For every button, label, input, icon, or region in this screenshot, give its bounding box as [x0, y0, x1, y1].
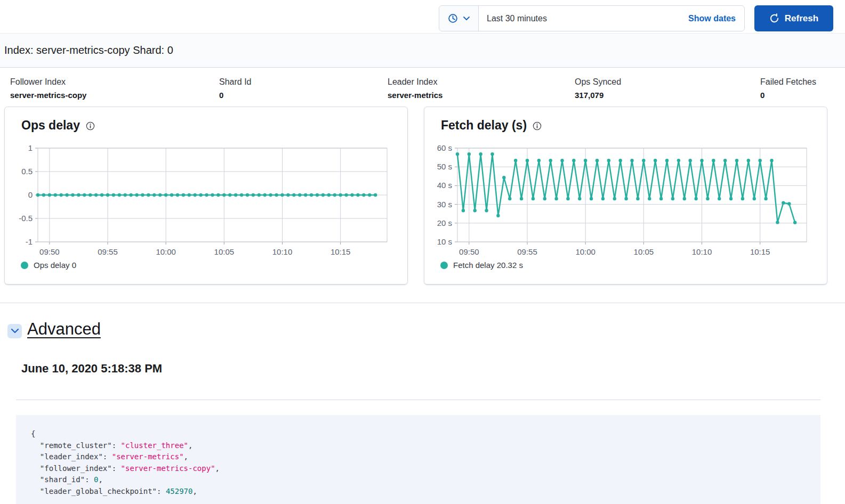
svg-text:10 s: 10 s: [437, 237, 452, 246]
svg-text:10:05: 10:05: [214, 247, 235, 256]
svg-text:-1: -1: [26, 237, 33, 246]
svg-text:10:05: 10:05: [634, 247, 654, 256]
code-block: { "remote_cluster": "cluster_three", "le…: [16, 415, 820, 504]
svg-text:10:15: 10:15: [331, 247, 351, 256]
page-title: Index: server-metrics-copy Shard: 0: [4, 44, 173, 56]
stat-value: server-metrics: [388, 91, 442, 100]
ops-delay-panel: Ops delay 10.50-0.5-109:5009:5510:0010:0…: [4, 107, 408, 284]
info-icon[interactable]: [86, 121, 95, 131]
svg-text:30 s: 30 s: [437, 200, 452, 209]
legend-label: Fetch delay 20.32 s: [453, 261, 523, 270]
svg-text:09:55: 09:55: [517, 247, 537, 256]
info-icon[interactable]: [533, 121, 542, 131]
fetch-delay-chart: 60 s50 s40 s30 s20 s10 s09:5009:5510:001…: [430, 139, 823, 259]
ops-delay-legend: Ops delay 0: [21, 261, 76, 270]
svg-text:60 s: 60 s: [437, 143, 452, 152]
stat-ops-synced: Ops Synced 317,079: [575, 77, 621, 100]
svg-text:40 s: 40 s: [437, 181, 452, 190]
time-quick-select-button[interactable]: [439, 6, 479, 31]
advanced-link[interactable]: Advanced: [27, 320, 101, 339]
advanced-timestamp: June 10, 2020 5:18:38 PM: [21, 362, 162, 376]
fetch-delay-panel: Fetch delay (s) 60 s50 s40 s30 s20 s10 s…: [424, 107, 827, 284]
stat-label: Leader Index: [388, 77, 442, 87]
ops-delay-chart: 10.50-0.5-109:5009:5510:0010:0510:1010:1…: [10, 139, 403, 259]
stats-row: Follower Index server-metrics-copy Shard…: [0, 77, 845, 104]
stat-label: Failed Fetches: [760, 77, 816, 87]
stat-label: Shard Id: [219, 77, 251, 87]
svg-text:10:00: 10:00: [575, 247, 595, 256]
stat-value: 317,079: [575, 91, 621, 100]
refresh-button[interactable]: Refresh: [754, 5, 833, 31]
stat-value: 0: [219, 91, 251, 100]
ops-delay-chart-title: Ops delay: [21, 118, 80, 133]
refresh-icon: [769, 13, 779, 23]
show-dates-button[interactable]: Show dates: [680, 6, 744, 31]
svg-text:50 s: 50 s: [437, 162, 452, 171]
stat-label: Follower Index: [10, 77, 86, 87]
stat-value: server-metrics-copy: [10, 91, 86, 100]
svg-text:09:50: 09:50: [39, 247, 60, 256]
legend-dot: [440, 262, 448, 269]
chevron-down-icon[interactable]: [7, 324, 22, 338]
section-divider: [0, 303, 845, 303]
advanced-toggle[interactable]: Advanced: [7, 320, 101, 339]
svg-text:-0.5: -0.5: [19, 214, 33, 223]
clock-icon: [448, 13, 458, 23]
legend-dot: [21, 262, 28, 269]
svg-text:10:00: 10:00: [156, 247, 176, 256]
shard-stats-json: { "remote_cluster": "cluster_three", "le…: [31, 428, 820, 498]
stat-value: 0: [760, 91, 816, 100]
time-range-display[interactable]: Last 30 minutes: [479, 6, 680, 31]
svg-text:09:50: 09:50: [459, 247, 479, 256]
ccr-shard-stats-page: { "colors": { "primary_button": "#1259b8…: [0, 0, 845, 504]
refresh-button-label: Refresh: [785, 13, 818, 24]
svg-text:0: 0: [28, 190, 33, 199]
svg-text:20 s: 20 s: [437, 218, 452, 227]
stat-failed-fetches: Failed Fetches 0: [760, 77, 816, 100]
page-header: Index: server-metrics-copy Shard: 0: [0, 33, 845, 68]
stat-follower-index: Follower Index server-metrics-copy: [10, 77, 86, 100]
stat-leader-index: Leader Index server-metrics: [388, 77, 442, 100]
svg-text:10:10: 10:10: [692, 247, 712, 256]
chevron-down-icon: [463, 16, 470, 21]
legend-label: Ops delay 0: [34, 261, 76, 270]
advanced-divider: [16, 400, 820, 400]
time-picker[interactable]: Last 30 minutes Show dates: [439, 5, 745, 31]
stat-label: Ops Synced: [575, 77, 621, 87]
svg-text:1: 1: [28, 143, 33, 152]
svg-text:0.5: 0.5: [21, 167, 33, 176]
svg-text:10:10: 10:10: [272, 247, 293, 256]
fetch-delay-legend: Fetch delay 20.32 s: [440, 261, 523, 270]
fetch-delay-chart-title: Fetch delay (s): [441, 118, 527, 133]
stat-shard-id: Shard Id 0: [219, 77, 251, 100]
svg-text:09:55: 09:55: [98, 247, 118, 256]
svg-text:10:15: 10:15: [750, 247, 770, 256]
